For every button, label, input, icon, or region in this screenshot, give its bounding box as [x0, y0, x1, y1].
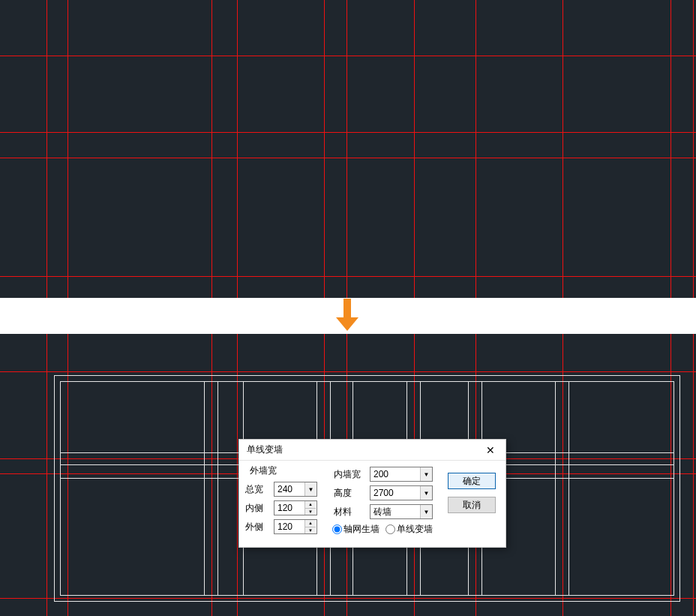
- wall-line: [482, 595, 555, 596]
- wall-line: [420, 381, 468, 382]
- spinner-down-icon[interactable]: ▼: [305, 527, 316, 534]
- grid-line-horizontal: [0, 56, 696, 56]
- chevron-down-icon[interactable]: ▼: [420, 505, 432, 518]
- grid-line-vertical: [237, 334, 238, 616]
- radio-single-input[interactable]: [386, 524, 395, 534]
- spinner-inner-side-input[interactable]: [274, 501, 304, 515]
- combo-height-value: 2700: [370, 488, 420, 498]
- grid-line-horizontal: [0, 371, 696, 372]
- label-total-width: 总宽: [245, 482, 263, 497]
- dialog-body: 外墙宽 总宽 内侧 外侧 内墙宽 高度 材料 240 ▼ ▲ ▼ ▲ ▼: [239, 461, 506, 547]
- wall-line: [60, 478, 61, 595]
- wall-line: [555, 381, 556, 453]
- wall-line: [60, 381, 61, 452]
- label-height: 高度: [334, 485, 352, 500]
- wall-line: [674, 381, 674, 453]
- radio-grid-input[interactable]: [332, 524, 342, 534]
- wall-line: [218, 478, 218, 595]
- grid-line-vertical: [670, 334, 671, 616]
- wall-line: [218, 381, 218, 452]
- grid-line-horizontal: [0, 598, 696, 599]
- wall-line: [568, 381, 569, 452]
- wall-line: [54, 601, 680, 602]
- grid-line-vertical: [346, 0, 347, 298]
- combo-inner-wall-width[interactable]: 200 ▼: [370, 467, 433, 482]
- spinner-up-icon[interactable]: ▲: [305, 501, 316, 509]
- wall-line: [316, 381, 330, 382]
- wall-line: [218, 452, 218, 478]
- wall-line: [555, 452, 556, 478]
- grid-line-vertical: [414, 0, 415, 298]
- cad-canvas-before[interactable]: [0, 0, 696, 298]
- wall-line: [204, 452, 205, 478]
- grid-line-vertical: [693, 334, 694, 616]
- wall-line: [204, 381, 205, 453]
- spinner-outer-side-input[interactable]: [274, 520, 304, 533]
- wall-line: [482, 381, 555, 382]
- combo-total-width-value: 240: [274, 484, 304, 494]
- grid-line-vertical: [324, 0, 325, 298]
- chevron-down-icon[interactable]: ▼: [420, 467, 432, 481]
- spinner-outer-side[interactable]: ▲ ▼: [274, 519, 317, 534]
- label-outer-wall-width: 外墙宽: [250, 463, 277, 478]
- wall-line: [54, 375, 680, 376]
- chevron-down-icon[interactable]: ▼: [304, 482, 316, 496]
- wall-line: [352, 595, 406, 596]
- grid-line-horizontal: [0, 132, 696, 133]
- grid-line-vertical: [46, 334, 47, 616]
- radio-grid-label: 轴网生墙: [344, 523, 380, 536]
- radio-group-mode: 轴网生墙 单线变墙: [332, 523, 433, 536]
- wall-line: [555, 478, 556, 596]
- label-material: 材料: [334, 504, 352, 519]
- label-inner-wall-width: 内墙宽: [334, 467, 361, 482]
- grid-line-vertical: [212, 334, 212, 616]
- grid-line-horizontal: [0, 276, 696, 277]
- label-outer-side: 外侧: [245, 519, 263, 534]
- dialog-title: 单线变墙: [247, 443, 480, 456]
- wall-line: [674, 478, 674, 596]
- wall-line: [568, 381, 674, 382]
- grid-line-vertical: [212, 0, 212, 298]
- chevron-down-icon[interactable]: ▼: [420, 486, 432, 500]
- grid-line-vertical: [237, 0, 238, 298]
- label-inner-side: 内侧: [245, 500, 263, 515]
- grid-line-vertical: [68, 334, 68, 616]
- cancel-button[interactable]: 取消: [448, 497, 496, 513]
- grid-line-vertical: [476, 0, 476, 298]
- grid-line-vertical: [670, 0, 671, 298]
- wall-line: [54, 375, 55, 601]
- grid-line-vertical: [562, 0, 563, 298]
- wall-line: [680, 375, 680, 602]
- dialog-single-line-to-wall: 单线变墙 ✕ 外墙宽 总宽 内侧 外侧 内墙宽 高度 材料 240 ▼ ▲ ▼: [238, 439, 506, 548]
- wall-line: [568, 595, 674, 596]
- radio-single-line-to-wall[interactable]: 单线变墙: [386, 523, 433, 536]
- wall-line: [218, 381, 243, 382]
- wall-line: [60, 381, 204, 382]
- combo-total-width[interactable]: 240 ▼: [274, 482, 317, 497]
- ok-button[interactable]: 确定: [448, 473, 496, 489]
- wall-line: [204, 478, 205, 596]
- wall-line: [218, 595, 243, 596]
- close-icon[interactable]: ✕: [480, 442, 501, 458]
- spinner-up-icon[interactable]: ▲: [305, 520, 316, 527]
- wall-line: [674, 452, 674, 478]
- wall-line: [60, 452, 61, 478]
- grid-line-horizontal: [0, 158, 696, 158]
- combo-material[interactable]: 砖墙 ▼: [370, 504, 433, 519]
- wall-line: [352, 381, 406, 382]
- radio-single-label: 单线变墙: [397, 523, 433, 536]
- spinner-inner-side[interactable]: ▲ ▼: [274, 500, 317, 515]
- spinner-down-icon[interactable]: ▼: [305, 509, 316, 515]
- combo-material-value: 砖墙: [370, 506, 420, 518]
- radio-grid-to-wall[interactable]: 轴网生墙: [332, 523, 380, 536]
- dialog-titlebar[interactable]: 单线变墙 ✕: [239, 440, 506, 461]
- separator-gap: [0, 298, 696, 334]
- wall-line: [316, 595, 330, 596]
- wall-line: [60, 595, 204, 596]
- wall-line: [568, 452, 569, 478]
- combo-inner-wall-width-value: 200: [370, 469, 420, 479]
- grid-line-vertical: [562, 334, 563, 616]
- wall-line: [420, 595, 468, 596]
- combo-height[interactable]: 2700 ▼: [370, 485, 433, 500]
- wall-line: [568, 478, 569, 595]
